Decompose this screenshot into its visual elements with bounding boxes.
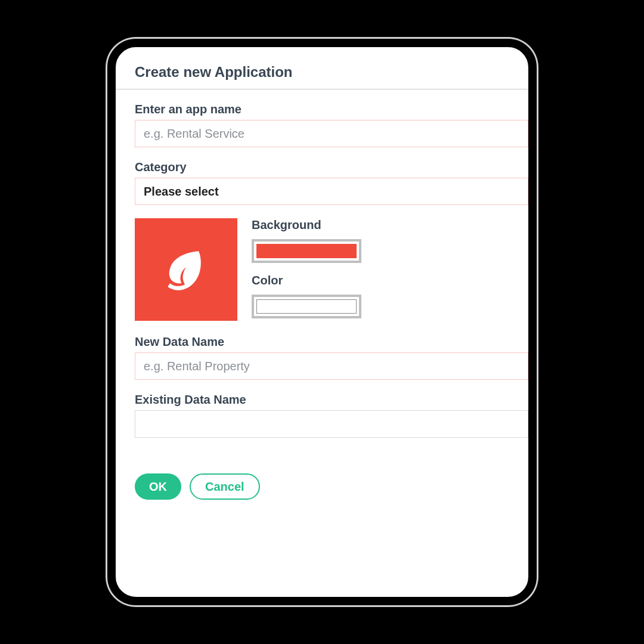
icon-color-group: Color: [252, 274, 361, 318]
ok-button[interactable]: OK: [135, 473, 181, 500]
app-name-field: Enter an app name: [135, 103, 509, 147]
app-name-input[interactable]: [135, 120, 528, 147]
icon-color-swatch: [256, 299, 357, 314]
dialog-title: Create new Application: [135, 64, 509, 89]
tablet-frame: Create new Application Enter an app name…: [107, 39, 537, 605]
category-select[interactable]: Please select: [135, 178, 528, 205]
background-swatch: [256, 244, 357, 258]
existing-data-name-label: Existing Data Name: [135, 393, 509, 407]
background-color-picker[interactable]: [252, 239, 361, 263]
existing-data-name-input[interactable]: [135, 410, 528, 438]
dialog-footer: OK Cancel: [135, 473, 509, 500]
color-label: Color: [252, 274, 361, 287]
background-color-group: Background: [252, 218, 361, 263]
icon-preview[interactable]: [135, 218, 237, 321]
cancel-button[interactable]: Cancel: [190, 473, 260, 500]
background-label: Background: [252, 218, 361, 232]
icon-color-picker[interactable]: [252, 295, 361, 318]
dialog-content: Create new Application Enter an app name…: [116, 47, 528, 514]
new-data-name-input[interactable]: [135, 352, 528, 380]
category-selected-value: Please select: [144, 185, 219, 199]
color-controls: Background Color: [252, 218, 361, 318]
icon-color-row: Background Color: [135, 218, 509, 321]
existing-data-name-field: Existing Data Name: [135, 393, 509, 438]
new-data-name-label: New Data Name: [135, 335, 509, 349]
leaf-icon: [157, 240, 215, 299]
new-data-name-field: New Data Name: [135, 335, 509, 380]
category-field: Category Please select: [135, 160, 509, 205]
category-label: Category: [135, 160, 509, 174]
app-name-label: Enter an app name: [135, 103, 509, 116]
header-divider: [116, 89, 528, 89]
